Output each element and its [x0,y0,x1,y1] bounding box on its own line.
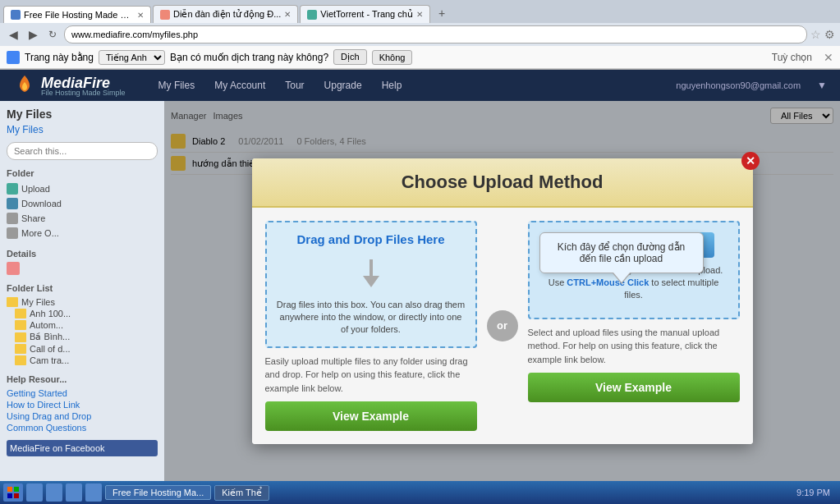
folder-3[interactable]: Bầ Bình... [7,331,158,343]
windows-icon [7,486,20,499]
back-button[interactable]: ◀ [5,26,21,43]
sidebar-share[interactable]: Share [7,211,158,226]
folder-4[interactable]: Call of d... [7,343,158,355]
drag-drop-title: Drag and Drop Files Here [296,232,444,246]
browser-chrome: Free File Hosting Made Si... ✕ Diễn đàn … [0,0,840,70]
share-icon [7,213,18,224]
details-color [7,262,20,275]
modal-overlay: ✕ Kích đây để chọn đường dẫn đến file cầ… [164,101,840,502]
translate-question: Bạn có muốn dịch trang này không? [170,52,328,63]
refresh-button[interactable]: ↻ [44,26,61,43]
folder-label-5: Cam tra... [30,355,69,365]
taskbar-title-2: Kiếm Thể [222,488,262,497]
taskbar-item-2[interactable]: Kiếm Thể [214,485,269,501]
logo-sub: File Hosting Made Simple [41,89,126,97]
tab-favicon-1 [11,10,21,20]
sidebar-upload[interactable]: Upload [7,181,158,196]
help-common-questions[interactable]: Common Questions [7,422,158,433]
tab-bar: Free File Hosting Made Si... ✕ Diễn đàn … [0,0,840,23]
svg-rect-2 [7,493,12,498]
modal-title: Choose Upload Method [265,172,740,193]
help-getting-started[interactable]: Getting Started [7,387,158,399]
breadcrumb[interactable]: My Files [7,124,158,135]
drag-drop-body-text: Easily upload multiple files to any fold… [265,355,477,396]
folder-label-2: Autom... [30,320,63,330]
drag-drop-box[interactable]: Drag and Drop Files Here Drag files into… [265,221,477,348]
folder-icon-my-files [7,297,18,307]
details-label: Details [7,249,158,259]
upload-label: Upload [21,184,50,194]
logo-text-container: MediaFire File Hosting Made Simple [41,75,126,97]
new-tab-button[interactable]: + [432,3,452,23]
sidebar-more[interactable]: More O... [7,226,158,241]
bookmark-icon[interactable]: ☆ [810,28,821,41]
forward-button[interactable]: ▶ [25,26,41,43]
nav-tour[interactable]: Tour [282,78,307,93]
quick-launch-1[interactable] [26,483,43,502]
mediafire-header: MediaFire File Hosting Made Simple My Fi… [0,70,840,101]
translate-yes-button[interactable]: Dịch [333,49,367,65]
quick-launch-2[interactable] [46,483,62,502]
help-section: Help Resour... Getting Started How to Di… [7,374,158,456]
translate-bar: Trang này bằng Tiếng Anh Bạn có muốn dịc… [0,46,840,69]
folder-label-1: Anh 100... [30,309,71,318]
quick-launch-3[interactable] [66,483,82,502]
view-example-button-1[interactable]: View Example [265,401,477,431]
tab-2[interactable]: Diễn đàn điện tử động Đ... ✕ [153,5,298,23]
upload-modal: ✕ Kích đây để chọn đường dẫn đến file cầ… [252,158,753,445]
translate-no-button[interactable]: Không [372,50,413,65]
quick-launch-4[interactable] [85,483,102,502]
drag-drop-option: Drag and Drop Files Here Drag files into… [265,221,477,432]
folder-2[interactable]: Autom... [7,319,158,331]
folder-1[interactable]: Anh 100... [7,308,158,319]
help-drag-drop[interactable]: Using Drag and Drop [7,410,158,422]
sidebar-download[interactable]: Download [7,196,158,211]
help-direct-link[interactable]: How to Direct Link [7,399,158,410]
folder-icon-3 [15,332,26,342]
upload-tooltip: Kích đây để chọn đường dẫn đến file cần … [539,232,704,273]
folder-my-files[interactable]: My Files [7,296,158,308]
tab-3[interactable]: VietTorrent - Trang chủ ✕ [300,5,430,23]
address-bar-row: ◀ ▶ ↻ ☆ ⚙ [0,23,840,46]
nav-my-account[interactable]: My Account [211,78,269,93]
search-input[interactable] [7,142,158,160]
facebook-button[interactable]: MediaFire on Facebook [7,440,158,456]
view-example-button-2[interactable]: View Example [528,373,740,402]
arrow-head [363,276,379,287]
address-input[interactable] [64,25,807,44]
svg-rect-3 [14,493,19,498]
language-select[interactable]: Tiếng Anh [99,50,165,65]
tab-title-2: Diễn đàn điện tử động Đ... [173,9,281,20]
folder-icon-5 [15,355,26,365]
folder-section: Folder Upload Download Share More O... [7,168,158,241]
translate-logo [7,51,20,64]
main-nav: My Files My Account Tour Upgrade Help [155,78,660,93]
tab-1[interactable]: Free File Hosting Made Si... ✕ [3,6,151,23]
translate-close-button[interactable]: ✕ [824,51,833,64]
nav-my-files[interactable]: My Files [155,78,199,93]
user-dropdown-icon[interactable]: ▼ [817,80,827,91]
settings-icon[interactable]: ⚙ [824,28,835,41]
or-separator: or [487,310,518,341]
tab-close-1[interactable]: ✕ [137,11,144,20]
sidebar: My Files My Files Folder Upload Download… [0,101,164,502]
page: MediaFire File Hosting Made Simple My Fi… [0,70,840,502]
upload-arrow-icon [359,259,383,292]
start-button[interactable] [3,483,23,502]
folder-label: Folder [7,168,158,178]
folder-label-my-files: My Files [21,297,55,307]
translate-prefix: Trang này bằng [25,52,94,63]
folder-5[interactable]: Cam tra... [7,355,158,366]
modal-close-button[interactable]: ✕ [741,152,760,170]
taskbar: Free File Hosting Ma... Kiếm Thể 9:19 PM [0,481,840,504]
nav-help[interactable]: Help [379,78,406,93]
tab-close-3[interactable]: ✕ [416,10,423,19]
tab-close-2[interactable]: ✕ [284,10,291,19]
user-email[interactable]: nguyenhongson90@gmail.com [676,80,801,90]
translate-options[interactable]: Tuỳ chọn [772,52,812,63]
folder-label-4: Call of d... [30,344,71,354]
more-icon [7,227,18,239]
nav-upgrade[interactable]: Upgrade [321,78,365,93]
taskbar-item-1[interactable]: Free File Hosting Ma... [105,485,211,500]
mediafire-logo: MediaFire File Hosting Made Simple [13,74,126,97]
